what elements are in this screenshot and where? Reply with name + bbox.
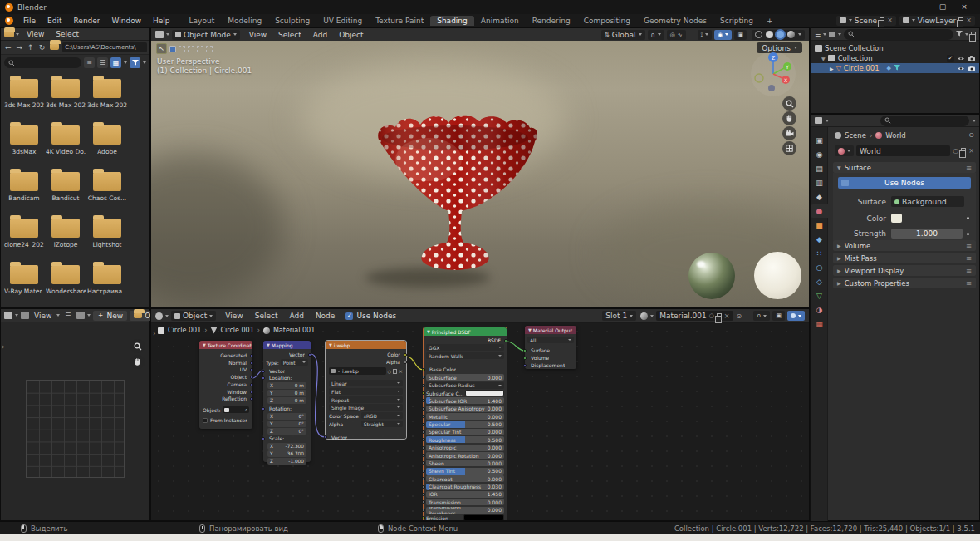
workspace-tab-rendering[interactable]: Rendering	[526, 16, 577, 26]
panel-mist-pass[interactable]: ▶Mist Pass≡	[833, 253, 976, 263]
shader-menu-select[interactable]: Select	[249, 312, 284, 320]
file-menu-select[interactable]: Select	[50, 30, 85, 38]
menu-render[interactable]: Render	[68, 17, 106, 25]
unlink-scene-icon[interactable]: ×	[887, 17, 893, 24]
copy-world-icon[interactable]	[961, 148, 966, 154]
fake-user-icon[interactable]: ○	[388, 369, 391, 374]
outliner-display-mode-icon[interactable]	[829, 32, 835, 37]
socket-in-vector[interactable]	[262, 370, 265, 373]
transform-orientation-dropdown[interactable]: ⇅Global	[601, 30, 645, 40]
swatch-emission[interactable]	[463, 514, 504, 521]
socket-in-surface[interactable]	[523, 349, 527, 352]
tool-select-lasso-icon[interactable]	[197, 46, 203, 52]
properties-tab-texture[interactable]: ▦	[811, 317, 828, 331]
modifier-wrench-icon[interactable]: ◆	[887, 65, 891, 71]
fake-user-shield-icon[interactable]: ○	[953, 147, 958, 155]
input-clearcoat[interactable]: Clearcoat0.000	[426, 475, 504, 482]
workspace-tab-geometry-nodes[interactable]: Geometry Nodes	[637, 16, 713, 26]
breadcrumb-item-1[interactable]: Circle.001	[220, 327, 253, 334]
hide-eye-icon[interactable]	[957, 66, 965, 71]
vase-object[interactable]	[370, 111, 541, 282]
properties-tab-tool[interactable]: ▣	[811, 134, 828, 147]
new-image-button[interactable]: ＋ New	[93, 311, 128, 321]
shading-dropdown[interactable]	[798, 33, 801, 36]
socket-in-ior[interactable]	[422, 493, 425, 496]
workspace-tab-item[interactable]: +	[760, 16, 780, 26]
viewport-camera-view-icon[interactable]	[782, 126, 796, 140]
refresh-icon[interactable]: ↻	[37, 43, 47, 52]
socket-in-base-color[interactable]	[422, 368, 425, 371]
socket-in-anisotropic[interactable]	[422, 446, 425, 450]
overlay-node-icon[interactable]: ▣	[772, 311, 785, 321]
socket-out-normal[interactable]	[250, 361, 253, 365]
socket-in-location[interactable]	[262, 376, 265, 380]
socket-in-transmission-roughness[interactable]	[422, 509, 425, 512]
properties-tab-particles[interactable]: ∷	[811, 247, 828, 260]
folder-adobe[interactable]: Adobe	[87, 120, 127, 155]
outliner-row-circle-001[interactable]: ▶ ▽ Circle.001 ◆	[811, 63, 979, 73]
properties-tab-material[interactable]: ◑	[811, 303, 828, 317]
disable-render-camera-icon[interactable]	[968, 65, 976, 72]
editor-type-outliner-icon[interactable]: ☰	[815, 31, 821, 38]
node-mapping-header[interactable]: ▼Mapping	[263, 341, 311, 349]
setting-repeat[interactable]: Repeat	[329, 396, 403, 403]
workspace-tab-modeling[interactable]: Modeling	[221, 16, 268, 26]
folder-wondershare[interactable]: Wondershare	[46, 260, 86, 295]
properties-tab-modifiers[interactable]: ◆	[811, 233, 828, 246]
menu-window[interactable]: Window	[106, 17, 148, 25]
node-sidebar-toggle[interactable]: ›	[153, 329, 156, 337]
object-field[interactable]: ↗	[223, 406, 249, 413]
socket-in-vector[interactable]	[324, 435, 327, 439]
display-horizontal-list-icon[interactable]: ☰	[97, 57, 108, 68]
field-rotation-x[interactable]: X0°	[267, 413, 306, 420]
breadcrumb-item-0[interactable]: Circle.001	[168, 327, 201, 334]
properties-options-dropdown[interactable]	[973, 120, 976, 122]
outliner-filter-icon[interactable]	[956, 31, 963, 37]
xray-toggle-icon[interactable]: ▣	[734, 30, 747, 40]
create-folder-icon[interactable]	[48, 43, 61, 52]
collection-checkbox[interactable]: ✓	[947, 55, 954, 62]
material-slot-dropdown[interactable]: Slot 1	[602, 311, 636, 321]
socket-in-clearcoat-roughness[interactable]	[422, 485, 425, 489]
editor-type-3d-icon[interactable]	[155, 31, 164, 38]
shader-menu-node[interactable]: Node	[310, 312, 341, 320]
value-srgb[interactable]: sRGB	[361, 412, 403, 419]
viewport-menu-view[interactable]: View	[243, 31, 272, 39]
viewport-menu-select[interactable]: Select	[272, 31, 307, 39]
image-view-menu[interactable]: View	[32, 312, 54, 320]
input-specular[interactable]: Specular0.500	[426, 421, 504, 428]
snap-magnet-icon[interactable]: ∩	[648, 30, 664, 40]
node-image-texture[interactable]: ▼i.webpColorAlphai.webp○×LinearFlatRepea…	[326, 341, 406, 439]
socket-in-subsurface[interactable]	[422, 376, 425, 379]
socket-in-subsurface-ior[interactable]	[422, 399, 425, 402]
folder-lightshot[interactable]: Lightshot	[87, 214, 127, 248]
socket-in-volume[interactable]	[523, 357, 527, 360]
show-overlays-toggle[interactable]: ◉	[714, 30, 732, 40]
workspace-tab-compositing[interactable]: Compositing	[577, 16, 637, 26]
properties-search-input[interactable]	[880, 116, 969, 126]
viewport-menu-object[interactable]: Object	[333, 31, 369, 39]
folder-chaos-cos[interactable]: Chaos Cos...	[87, 167, 127, 202]
workspace-tab-animation[interactable]: Animation	[474, 16, 526, 26]
socket-in-specular[interactable]	[422, 423, 425, 426]
input-specular-tint[interactable]: Specular Tint0.000	[426, 429, 504, 435]
surface-value-field[interactable]: Background	[891, 196, 964, 207]
input-ior[interactable]: IOR1.450	[426, 491, 504, 498]
properties-tab-output[interactable]: ▤	[811, 162, 828, 175]
expand-caret-icon[interactable]: ▶	[830, 66, 834, 71]
socket-out-alpha[interactable]	[404, 361, 407, 364]
material-name-field[interactable]: Material.001 ○ ×	[656, 311, 733, 321]
panel-drag-handle[interactable]: ≡	[966, 164, 972, 172]
socket-in-sheen[interactable]	[422, 461, 425, 465]
socket-out-window[interactable]	[250, 391, 253, 394]
folder-3ds-max-2022[interactable]: 3ds Max 2022	[46, 74, 86, 109]
socket-out-reflection[interactable]	[250, 397, 253, 401]
panel-drag-handle[interactable]: ≡	[966, 267, 972, 275]
workspace-tab-uv-editing[interactable]: UV Editing	[316, 16, 369, 26]
input-sheen[interactable]: Sheen0.000	[426, 460, 504, 466]
input-clearcoat-roughness[interactable]: Clearcoat Roughness0.030	[426, 484, 504, 490]
file-path-field[interactable]: C:\Users\AS\Documents\	[62, 42, 147, 52]
unlink-material-icon[interactable]: ×	[724, 312, 730, 320]
field-scale-y[interactable]: Y36.700	[267, 450, 306, 457]
editor-type-properties-icon[interactable]	[815, 117, 822, 124]
